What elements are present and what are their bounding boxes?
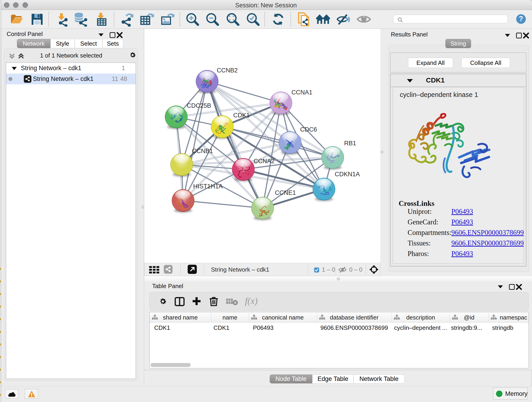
svg-text:CCNA1: CCNA1 — [291, 89, 312, 96]
svg-text:CCNB1: CCNB1 — [192, 148, 213, 154]
svg-text:CDKN1A: CDKN1A — [335, 171, 360, 178]
svg-text:CCNB2: CCNB2 — [217, 67, 238, 74]
svg-text:RB1: RB1 — [344, 140, 356, 147]
svg-text:CDK1: CDK1 — [233, 112, 250, 119]
svg-text:CDC25B: CDC25B — [187, 102, 211, 109]
svg-text:CCNE1: CCNE1 — [275, 189, 296, 196]
svg-text:CDC6: CDC6 — [300, 126, 317, 133]
svg-text:HIST1H1A: HIST1H1A — [193, 183, 223, 190]
svg-text:CCNA2: CCNA2 — [254, 158, 275, 165]
